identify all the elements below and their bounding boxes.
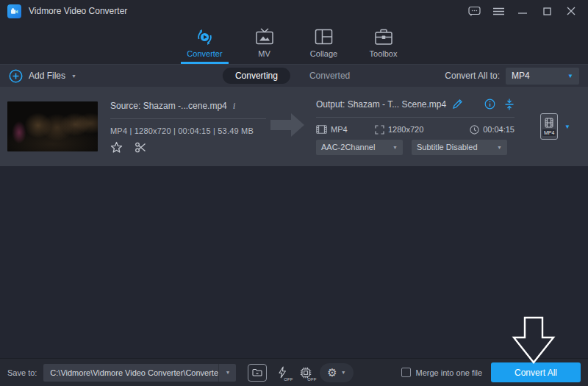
cut-icon[interactable] — [135, 141, 147, 154]
output-format-tile[interactable]: MP4 — [540, 113, 558, 140]
toolbox-icon — [374, 26, 393, 47]
bottombar: Save to: C:\Vidmore\Vidmore Video Conver… — [0, 358, 588, 386]
add-files-label: Add Files — [29, 71, 65, 81]
film-icon — [545, 118, 553, 128]
gpu-off-label: OFF — [307, 377, 316, 382]
close-icon[interactable] — [562, 3, 581, 19]
convert-all-to-select[interactable]: MP4 ▼ — [506, 68, 579, 85]
divider — [110, 118, 266, 119]
titlebar: Vidmore Video Converter — [0, 0, 588, 22]
maximize-icon[interactable] — [537, 3, 556, 19]
source-info-icon[interactable]: i — [233, 100, 236, 112]
subtitle-caret-icon: ▼ — [497, 145, 502, 150]
audio-track-select[interactable]: AAC-2Channel ▼ — [316, 140, 403, 155]
open-folder-button[interactable] — [248, 364, 267, 382]
high-speed-toggle[interactable]: OFF — [273, 364, 292, 382]
save-path-select[interactable]: C:\Vidmore\Vidmore Video Converter\Conve… — [43, 364, 236, 382]
subtitle-select[interactable]: Subtitle Disabled ▼ — [412, 140, 507, 155]
format-tile-label: MP4 — [542, 129, 556, 136]
minimize-icon[interactable] — [513, 3, 532, 19]
menu-icon[interactable] — [489, 3, 508, 19]
source-meta: MP4 | 1280x720 | 00:04:15 | 53.49 MB — [110, 126, 266, 135]
window-title: Vidmore Video Converter — [29, 6, 127, 16]
file-list-item[interactable]: Source: Shazam -...cene.mp4 i MP4 | 1280… — [0, 87, 588, 166]
tab-collage-label: Collage — [310, 49, 337, 58]
high-speed-off-label: OFF — [284, 377, 293, 382]
divider — [316, 117, 514, 118]
subtitle-value: Subtitle Disabled — [417, 143, 497, 151]
source-filename: Source: Shazam -...cene.mp4 — [110, 101, 227, 111]
source-info-block: Source: Shazam -...cene.mp4 i MP4 | 1280… — [110, 100, 266, 154]
file-list-empty-area — [0, 166, 588, 358]
folder-icon — [252, 368, 262, 376]
convert-direction-arrow-icon — [270, 110, 304, 143]
merge-checkbox[interactable] — [401, 368, 411, 377]
add-files-plus-icon — [9, 69, 23, 83]
app-window: Vidmore Video Converter — [0, 0, 588, 386]
save-path-caret-icon[interactable]: ▼ — [218, 364, 236, 382]
convert-all-to-caret-icon: ▼ — [567, 73, 573, 79]
resolution-icon — [375, 125, 384, 135]
audio-track-caret-icon: ▼ — [392, 145, 398, 150]
gpu-acceleration-toggle[interactable]: OFF — [296, 364, 315, 382]
convert-all-to-value: MP4 — [512, 71, 567, 81]
tab-collage[interactable]: Collage — [294, 22, 354, 64]
add-files-button[interactable]: Add Files ▼ — [9, 69, 76, 83]
tab-converting[interactable]: Converting — [223, 68, 290, 84]
video-thumbnail — [7, 101, 98, 151]
feedback-icon[interactable] — [465, 3, 484, 19]
edit-effects-icon[interactable] — [110, 141, 123, 154]
save-path-value[interactable]: C:\Vidmore\Vidmore Video Converter\Conve… — [43, 368, 218, 377]
main-nav: Converter MV Collage — [0, 22, 588, 64]
compress-icon[interactable] — [504, 99, 514, 110]
tab-converter[interactable]: Converter — [175, 22, 234, 64]
output-filename: Output: Shazam - T... Scene.mp4 — [316, 99, 446, 110]
tab-toolbox[interactable]: Toolbox — [354, 22, 413, 64]
app-logo-icon — [7, 4, 21, 18]
tab-toolbox-label: Toolbox — [370, 49, 398, 58]
merge-checkbox-label: Merge into one file — [416, 368, 483, 377]
mv-icon — [255, 26, 274, 47]
output-info-block: Output: Shazam - T... Scene.mp4 MP4 1280… — [316, 99, 514, 155]
save-to-label: Save to: — [7, 368, 37, 377]
audio-track-value: AAC-2Channel — [321, 143, 392, 151]
tab-converted[interactable]: Converted — [309, 71, 350, 81]
settings-caret-icon: ▼ — [341, 370, 346, 375]
convert-all-button[interactable]: Convert All — [491, 362, 581, 382]
collage-icon — [315, 26, 333, 47]
tab-mv-label: MV — [258, 49, 270, 58]
duration-icon — [470, 125, 479, 135]
tab-mv[interactable]: MV — [234, 22, 294, 64]
tab-converter-label: Converter — [187, 49, 222, 58]
add-files-caret-icon[interactable]: ▼ — [71, 74, 76, 79]
output-info-icon[interactable] — [484, 99, 495, 110]
converter-icon — [195, 26, 215, 47]
output-resolution-value: 1280x720 — [388, 125, 423, 134]
gear-icon: ⚙ — [327, 367, 337, 378]
settings-button[interactable]: ⚙ ▼ — [320, 363, 353, 382]
rename-icon[interactable] — [452, 99, 463, 110]
format-tile-caret-icon[interactable]: ▼ — [564, 124, 570, 130]
convert-all-to-label: Convert All to: — [445, 71, 500, 81]
output-format-value: MP4 — [331, 125, 348, 134]
output-duration-value: 00:04:15 — [483, 125, 514, 134]
format-icon — [316, 125, 327, 134]
toolbar: Add Files ▼ Converting Converted Convert… — [0, 64, 588, 87]
